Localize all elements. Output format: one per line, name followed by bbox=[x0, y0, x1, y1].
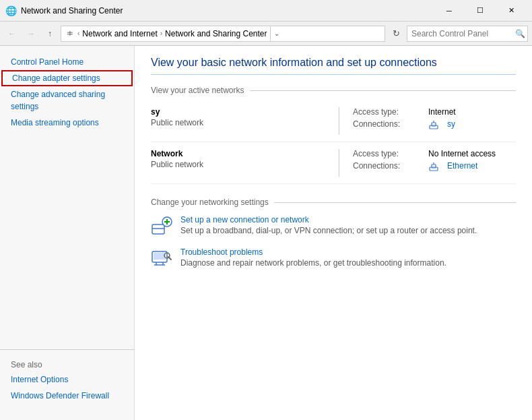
content-area: View your basic network information and … bbox=[135, 46, 532, 420]
back-button[interactable]: ← bbox=[4, 26, 20, 42]
connection-icon-sy bbox=[428, 119, 439, 130]
troubleshoot-icon bbox=[151, 247, 172, 269]
network-left-network: Network Public network bbox=[151, 149, 339, 177]
search-wrapper: 🔍 bbox=[407, 26, 528, 42]
sidebar-bottom: See also Internet Options Windows Defend… bbox=[0, 349, 134, 412]
network-card-network: Network Public network Access type: No I… bbox=[151, 142, 516, 184]
svg-rect-15 bbox=[154, 253, 166, 260]
network-name-sy: sy bbox=[151, 107, 325, 117]
sidebar-item-media-streaming[interactable]: Media streaming options bbox=[0, 115, 134, 131]
forward-button[interactable]: → bbox=[23, 26, 39, 42]
connection-link-ethernet[interactable]: Ethernet bbox=[447, 161, 477, 174]
connections-row-sy: Connections: sy bbox=[353, 119, 516, 132]
networks-container: View your active networks sy Public netw… bbox=[151, 86, 516, 184]
breadcrumb: ⧧ ‹ Network and Internet › Network and S… bbox=[61, 26, 385, 42]
connection-link-sy[interactable]: sy bbox=[447, 119, 455, 132]
titlebar-icon: 🌐 bbox=[5, 5, 17, 16]
action-item-new-connection: Set up a new connection or network Set u… bbox=[151, 215, 516, 237]
see-also-label: See also bbox=[0, 358, 134, 371]
refresh-button[interactable]: ↻ bbox=[388, 26, 404, 42]
breadcrumb-current: Network and Sharing Center bbox=[165, 29, 267, 38]
address-chevron[interactable]: ⌄ bbox=[270, 26, 284, 42]
sidebar-item-control-panel-home[interactable]: Control Panel Home bbox=[0, 54, 134, 70]
minimize-button[interactable]: ─ bbox=[434, 0, 465, 22]
network-type-network: Public network bbox=[151, 160, 325, 169]
maximize-button[interactable]: ☐ bbox=[465, 0, 496, 22]
change-settings-header: Change your networking settings bbox=[151, 198, 516, 207]
access-type-row-network: Access type: No Internet access bbox=[353, 149, 516, 158]
connection-icon-network bbox=[428, 161, 439, 172]
titlebar: 🌐 Network and Sharing Center ─ ☐ ✕ bbox=[0, 0, 532, 22]
action-desc-troubleshoot: Diagnose and repair network problems, or… bbox=[180, 258, 516, 268]
network-card-sy: sy Public network Access type: Internet … bbox=[151, 100, 516, 142]
action-title-troubleshoot[interactable]: Troubleshoot problems bbox=[180, 247, 516, 257]
access-type-row-sy: Access type: Internet bbox=[353, 107, 516, 117]
access-type-value-network: No Internet access bbox=[428, 149, 496, 158]
network-right-network: Access type: No Internet access Connecti… bbox=[339, 149, 516, 177]
svg-rect-6 bbox=[152, 224, 164, 234]
connections-row-network: Connections: Ethernet bbox=[353, 161, 516, 174]
action-desc-new-connection: Set up a broadband, dial-up, or VPN conn… bbox=[180, 226, 516, 235]
up-button[interactable]: ↑ bbox=[42, 26, 58, 42]
sidebar-item-windows-defender[interactable]: Windows Defender Firewall bbox=[0, 388, 134, 404]
page-title: View your basic network information and … bbox=[151, 57, 516, 75]
network-right-sy: Access type: Internet Connections: bbox=[339, 107, 516, 135]
sidebar-item-change-advanced-sharing[interactable]: Change advanced sharing settings bbox=[0, 86, 134, 115]
addressbar: ← → ↑ ⧧ ‹ Network and Internet › Network… bbox=[0, 22, 532, 46]
close-button[interactable]: ✕ bbox=[496, 0, 527, 22]
network-name-network: Network bbox=[151, 149, 325, 158]
network-left-sy: sy Public network bbox=[151, 107, 339, 135]
breadcrumb-network-internet[interactable]: Network and Internet bbox=[82, 29, 157, 38]
new-connection-icon bbox=[151, 215, 172, 237]
titlebar-title: Network and Sharing Center bbox=[21, 6, 434, 16]
action-title-new-connection[interactable]: Set up a new connection or network bbox=[180, 215, 516, 224]
action-text-troubleshoot: Troubleshoot problems Diagnose and repai… bbox=[180, 247, 516, 268]
sidebar-item-change-adapter-settings[interactable]: Change adapter settings bbox=[1, 70, 133, 86]
action-text-new-connection: Set up a new connection or network Set u… bbox=[180, 215, 516, 235]
access-type-value-sy: Internet bbox=[428, 107, 456, 117]
main-layout: Control Panel Home Change adapter settin… bbox=[0, 46, 532, 420]
titlebar-controls: ─ ☐ ✕ bbox=[434, 0, 527, 22]
action-item-troubleshoot: Troubleshoot problems Diagnose and repai… bbox=[151, 247, 516, 269]
change-section: Change your networking settings Set up a… bbox=[151, 198, 516, 269]
sidebar-item-internet-options[interactable]: Internet Options bbox=[0, 371, 134, 388]
search-input[interactable] bbox=[407, 26, 528, 42]
breadcrumb-grid-icon: ⧧ bbox=[65, 28, 75, 39]
sidebar: Control Panel Home Change adapter settin… bbox=[0, 46, 135, 420]
active-networks-header: View your active networks bbox=[151, 86, 516, 95]
network-type-sy: Public network bbox=[151, 118, 325, 127]
